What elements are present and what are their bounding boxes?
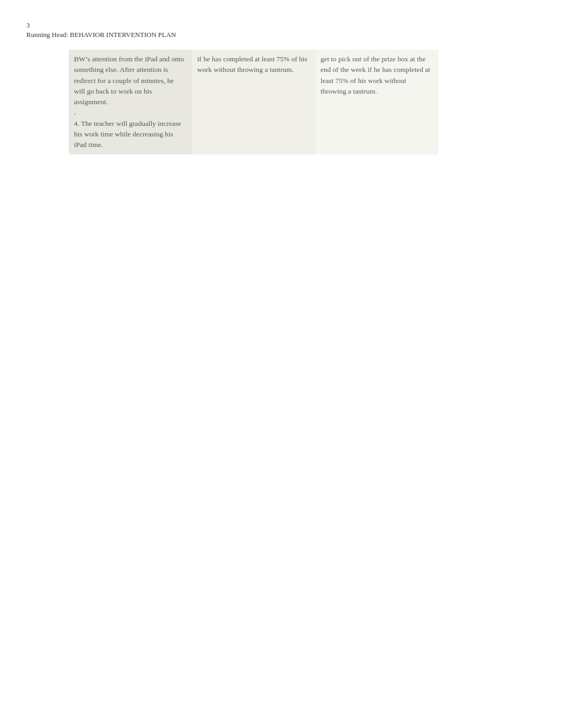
col3-text: get to pick out of the prize box at the … xyxy=(321,55,431,95)
table-cell-col3: get to pick out of the prize box at the … xyxy=(315,50,438,154)
table-cell-col1: BW’s attention from the iPad and onto so… xyxy=(69,50,192,154)
col2-text: if he has completed at least 75% of his … xyxy=(197,55,307,73)
table-wrapper: BW’s attention from the iPad and onto so… xyxy=(69,50,535,154)
table-cell-col2: if he has completed at least 75% of his … xyxy=(192,50,315,154)
page-container: 3 Running Head: BEHAVIOR INTERVENTION PL… xyxy=(0,0,561,176)
page-number: 3 xyxy=(26,21,535,30)
col1-text: BW’s attention from the iPad and onto so… xyxy=(74,55,184,149)
table-row: BW’s attention from the iPad and onto so… xyxy=(69,50,438,154)
running-head: Running Head: BEHAVIOR INTERVENTION PLAN xyxy=(26,31,535,39)
content-table: BW’s attention from the iPad and onto so… xyxy=(69,50,438,154)
